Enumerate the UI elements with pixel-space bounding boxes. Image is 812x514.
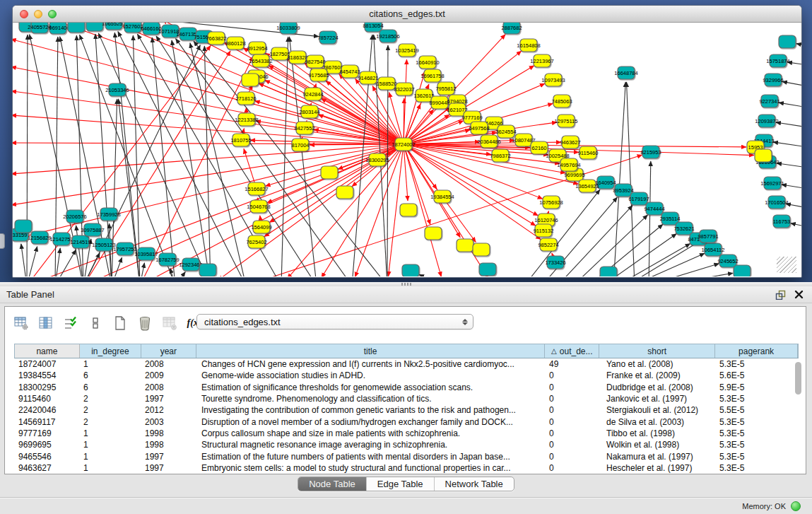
delete-column-icon[interactable] <box>136 314 154 332</box>
citation-network-graph[interactable]: 1872400720691406106552571527602646616010… <box>13 23 801 276</box>
graph-node: 18724007 <box>392 138 415 151</box>
table-row[interactable]: 9465546 1 1997 Estimation of the future … <box>14 450 799 462</box>
graph-node: 19384554 <box>430 190 454 203</box>
graph-node: 1733426 <box>545 256 565 269</box>
table-row[interactable]: 9115460 2 1997 Tourette syndrome. Phenom… <box>14 393 799 404</box>
svg-text:12093872: 12093872 <box>755 118 778 124</box>
network-window-titlebar[interactable]: citations_edges.txt <box>13 6 801 23</box>
svg-text:19218506: 19218506 <box>376 33 399 40</box>
graph-node: 1810755 <box>230 134 251 146</box>
table-row[interactable]: 22420046 2 2012 Investigating the contri… <box>14 404 799 416</box>
column-header-title[interactable]: title <box>196 344 546 358</box>
memory-status-label: Memory: OK <box>742 502 786 510</box>
svg-text:14957694: 14957694 <box>557 162 580 168</box>
network-view[interactable]: 1872400720691406106552571527602646616010… <box>13 23 801 276</box>
graph-node: 3624554 <box>495 125 516 138</box>
table-row[interactable]: 9777169 1 1998 Corpus callosum shape and… <box>14 428 799 439</box>
table-scrollbar[interactable] <box>795 362 801 469</box>
close-window-icon[interactable] <box>20 10 28 18</box>
column-header-in-degree[interactable]: in_degree <box>80 344 141 358</box>
graph-node: 17957253 <box>113 243 136 255</box>
close-panel-icon[interactable] <box>792 288 806 301</box>
svg-text:2803144: 2803144 <box>299 109 319 115</box>
cell-in-degree: 1 <box>79 463 141 473</box>
svg-text:9852274: 9852274 <box>538 242 558 248</box>
network-window: citations_edges.txt 18724007206914061065… <box>12 5 802 278</box>
svg-text:9245652: 9245652 <box>717 258 738 264</box>
graph-node: 12213383 <box>235 113 258 126</box>
table-row[interactable]: 18724007 1 2008 Changes of HCN gene expr… <box>14 358 799 370</box>
graph-node: 12975115 <box>555 115 578 127</box>
svg-text:9463627: 9463627 <box>560 139 580 146</box>
table-row[interactable]: 9699695 1 1998 Structural magnetic reson… <box>14 439 799 450</box>
cell-in-degree: 6 <box>79 382 141 392</box>
table-scrollbar-thumb[interactable] <box>795 362 801 395</box>
svg-text:7857224: 7857224 <box>317 35 338 41</box>
graph-node: 16154808 <box>517 39 540 52</box>
svg-text:1527602: 1527602 <box>122 23 143 30</box>
svg-text:30975887: 30975887 <box>81 227 104 233</box>
cell-year: 1998 <box>141 428 196 438</box>
cell-year: 1998 <box>141 440 196 450</box>
graph-node: 12156829 <box>28 231 51 244</box>
svg-text:10395817: 10395817 <box>134 251 158 257</box>
graph-node: 6179197 <box>628 192 649 205</box>
cell-in-degree: 1 <box>79 452 141 462</box>
column-header-pagerank[interactable]: pagerank <box>715 344 798 358</box>
svg-text:7485063: 7485063 <box>551 98 572 105</box>
svg-text:9175685: 9175685 <box>308 72 329 78</box>
panel-collapse-handle[interactable] <box>0 233 5 249</box>
graph-node: 10973493 <box>541 74 565 86</box>
graph-node: 16961758 <box>420 69 444 82</box>
graph-node: 10395817 <box>134 247 158 260</box>
svg-text:17359928: 17359928 <box>97 211 120 218</box>
graph-node: 12213967 <box>530 54 553 67</box>
column-header-out-degree[interactable]: △ out_de... <box>545 344 599 358</box>
svg-text:1214519: 1214519 <box>70 239 90 245</box>
svg-text:9699695: 9699695 <box>564 172 584 178</box>
column-header-year[interactable]: year <box>141 344 196 358</box>
graph-node <box>473 243 490 256</box>
table-mode-icon[interactable] <box>12 314 30 332</box>
graph-node: 1564099 <box>251 221 271 233</box>
new-column-icon[interactable] <box>111 314 129 332</box>
column-header-name[interactable]: name <box>15 344 80 358</box>
svg-text:2718126: 2718126 <box>235 95 256 102</box>
svg-text:1733426: 1733426 <box>545 259 565 266</box>
table-row[interactable]: 9463627 1 1997 Embryonic stem cells: a m… <box>14 462 799 474</box>
show-columns-icon[interactable] <box>37 314 55 332</box>
table-row[interactable]: 14569117 2 2003 Disruption of a novel me… <box>14 416 799 427</box>
cell-out-degree: 0 <box>545 452 599 462</box>
cell-name: 19384554 <box>14 370 79 380</box>
table-selector-dropdown[interactable]: citations_edges.txt <box>196 314 473 329</box>
cell-in-degree: 1 <box>79 428 141 438</box>
zoom-window-icon[interactable] <box>48 10 57 18</box>
column-header-short[interactable]: short <box>599 344 715 358</box>
graph-node: 20364486 <box>477 135 500 148</box>
tab-edge-table[interactable]: Edge Table <box>366 477 434 491</box>
window-resize-grip[interactable] <box>777 257 796 273</box>
svg-text:9329966: 9329966 <box>763 77 783 83</box>
float-panel-icon[interactable] <box>773 288 787 301</box>
delete-table-icon[interactable] <box>160 314 179 332</box>
graph-node: 9146821 <box>358 71 378 84</box>
table-row[interactable]: 18300295 6 2008 Estimation of significan… <box>14 382 799 393</box>
table-row[interactable]: 19384554 6 2009 Genome-wide association … <box>14 370 799 381</box>
row-height-icon[interactable] <box>86 314 105 332</box>
graph-node: 20206576 <box>63 210 86 223</box>
cell-title: Estimation of significance thresholds fo… <box>196 382 545 392</box>
graph-node: 9115132 <box>534 224 554 237</box>
tab-node-table[interactable]: Node Table <box>298 477 366 491</box>
cell-pagerank: 5.3E-5 <box>715 428 798 438</box>
graph-node: 7663822 <box>206 32 226 45</box>
minimize-window-icon[interactable] <box>34 10 42 18</box>
memory-ok-indicator-icon <box>791 501 801 511</box>
graph-node <box>199 264 216 276</box>
select-rows-icon[interactable] <box>61 314 80 332</box>
graph-node <box>755 149 772 162</box>
graph-node: 8322037 <box>394 83 414 95</box>
tab-network-table[interactable]: Network Table <box>434 477 514 491</box>
svg-text:10325419: 10325419 <box>395 47 418 54</box>
svg-text:12156829: 12156829 <box>28 235 51 241</box>
graph-node: 2803144 <box>299 105 319 118</box>
